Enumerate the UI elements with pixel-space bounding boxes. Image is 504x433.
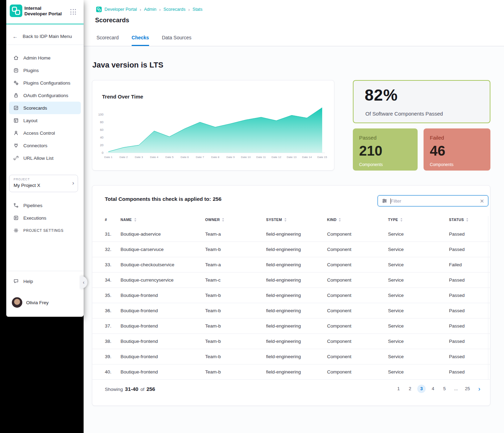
breadcrumb-separator: › xyxy=(159,7,161,12)
column-header-owner[interactable]: OWNER xyxy=(205,218,224,222)
x-axis-label: Date 6 xyxy=(177,156,192,159)
column-header-system[interactable]: SYSTEM xyxy=(266,218,287,222)
x-axis-label: Date 8 xyxy=(208,156,223,159)
app-title: Internal Developer Portal xyxy=(24,6,62,17)
cell-num: 31. xyxy=(105,227,111,242)
sidebar-item-url-allow-list[interactable]: URL Allow List xyxy=(9,152,81,164)
sidebar-item-pipelines[interactable]: Pipelines xyxy=(9,199,81,212)
sidebar-item-admin-home[interactable]: Admin Home xyxy=(9,52,81,64)
page-5[interactable]: 5 xyxy=(440,385,449,393)
filter-input[interactable] xyxy=(391,198,474,204)
column-header-status[interactable]: STATUS xyxy=(449,218,468,222)
cell-system: field-engineering xyxy=(266,273,301,288)
check-title: Java version is LTS xyxy=(92,61,163,70)
sidebar-item-access-control[interactable]: Access Control xyxy=(9,127,81,139)
passed-card: Passed 210 Components xyxy=(353,128,418,171)
cell-kind: Component xyxy=(327,257,351,272)
idp-logo-icon xyxy=(10,5,22,17)
cell-system: field-engineering xyxy=(266,364,301,379)
cell-kind: Component xyxy=(327,303,351,318)
cell-kind: Component xyxy=(327,364,351,379)
sidebar: Internal Developer Portal ← Back to IDP … xyxy=(6,0,84,317)
tab-scorecard[interactable]: Scorecard xyxy=(96,35,119,46)
table-row[interactable]: 40.Boutique-frontendTeam-bfield-engineer… xyxy=(92,364,490,380)
page-3[interactable]: 3 xyxy=(417,385,426,393)
cell-num: 37. xyxy=(105,318,111,333)
breadcrumb-item-scorecards[interactable]: Scorecards xyxy=(163,7,185,12)
sidebar-nav: Admin HomePluginsPlugins ConfigurationsO… xyxy=(9,52,81,164)
page-4[interactable]: 4 xyxy=(429,385,437,393)
lock-icon xyxy=(13,93,19,98)
cell-owner: Team-b xyxy=(205,364,221,379)
x-axis-label: Date 2 xyxy=(116,156,131,159)
sidebar-item-scorecards[interactable]: Scorecards xyxy=(9,102,81,114)
table-row[interactable]: 35.Boutique-frontendTeam-bfield-engineer… xyxy=(92,288,490,303)
table-scroll-divider xyxy=(488,216,488,380)
cell-type: Service xyxy=(388,334,404,349)
table-row[interactable]: 32.Boutique-carservuceTeam-bfield-engine… xyxy=(92,242,490,257)
table-row[interactable]: 31.Boutique-adserviceTeam-afield-enginee… xyxy=(92,227,490,242)
cell-owner: Team-b xyxy=(205,303,221,318)
x-axis-label: Date 14 xyxy=(299,156,315,159)
cell-type: Service xyxy=(388,364,404,379)
idp-breadcrumb-logo-icon xyxy=(96,7,102,12)
tab-checks[interactable]: Checks xyxy=(132,35,149,46)
table-row[interactable]: 39.Boutique-frontendTeam-bfield-engineer… xyxy=(92,349,490,364)
x-axis-label: Date 1 xyxy=(101,156,116,159)
cell-status: Passed xyxy=(449,227,465,242)
sidebar-item-plugins-configurations[interactable]: Plugins Configurations xyxy=(9,77,81,89)
column-header-type[interactable]: TYPE xyxy=(388,218,403,222)
cell-num: 34. xyxy=(105,273,111,288)
table-row[interactable]: 34.Boutique-currencyserviceTeam-cfield-e… xyxy=(92,273,490,288)
filter-sliders-icon[interactable] xyxy=(382,198,387,204)
sidebar-item-layout[interactable]: Layout xyxy=(9,114,81,127)
tab-data-sources[interactable]: Data Sources xyxy=(162,35,192,46)
page-2[interactable]: 2 xyxy=(406,385,414,393)
passed-label: Passed xyxy=(359,135,377,141)
cell-name: Boutique-frontend xyxy=(121,303,158,318)
project-name: My Project X xyxy=(14,183,40,188)
page-25[interactable]: 25 xyxy=(463,385,472,393)
table-row[interactable]: 33.Boutique-checkoutserviceTeam-afield-e… xyxy=(92,257,490,273)
cell-type: Service xyxy=(388,349,404,364)
sidebar-item-plugins[interactable]: Plugins xyxy=(9,64,81,77)
divider xyxy=(6,45,84,45)
cell-type: Service xyxy=(388,242,404,257)
breadcrumb-item-stats[interactable]: Stats xyxy=(193,7,203,12)
cell-system: field-engineering xyxy=(266,242,301,257)
next-page-button[interactable]: › xyxy=(478,385,480,393)
page-1[interactable]: 1 xyxy=(394,385,403,393)
project-selector[interactable]: PROJECT My Project X › xyxy=(9,175,78,192)
column-header-kind[interactable]: KIND xyxy=(327,218,341,222)
cell-name: Boutique-frontend xyxy=(121,334,158,349)
table-row[interactable]: 36.Boutique-frontendTeam-bfield-engineer… xyxy=(92,303,490,318)
pass-rate-card: 82% Of Software Components Passed xyxy=(353,80,490,123)
sidebar-item-connectors[interactable]: Connectors xyxy=(9,139,81,152)
column-header-name[interactable]: NAME xyxy=(121,218,137,222)
back-label: Back to IDP Main Menu xyxy=(23,34,72,39)
table-row[interactable]: 37.Boutique-frontendTeam-bfield-engineer… xyxy=(92,318,490,334)
cell-type: Service xyxy=(388,273,404,288)
cell-kind: Component xyxy=(327,349,351,364)
cell-owner: Team-b xyxy=(205,318,221,333)
table-row[interactable]: 38.Boutique-frontendTeam-bfield-engineer… xyxy=(92,334,490,349)
cell-status: Passed xyxy=(449,242,465,257)
user-name: Olivia Frey xyxy=(26,300,49,305)
x-axis-label: Date 11 xyxy=(254,156,269,159)
x-axis-label: Date 4 xyxy=(147,156,162,159)
cell-name: Boutique-frontend xyxy=(121,349,158,364)
sidebar-item-oauth-configurations[interactable]: OAuth Configurations xyxy=(9,89,81,102)
clear-filter-icon[interactable]: ✕ xyxy=(480,198,484,204)
back-to-main-menu[interactable]: ← Back to IDP Main Menu xyxy=(13,33,72,39)
cell-type: Service xyxy=(388,227,404,242)
breadcrumb-item-admin[interactable]: Admin xyxy=(144,7,156,12)
breadcrumb-item-developer-portal[interactable]: Developer Portal xyxy=(104,7,137,12)
user-profile[interactable]: Olivia Frey xyxy=(12,296,49,309)
cell-name: Boutique-checkoutservice xyxy=(121,257,175,272)
apps-grid-icon[interactable] xyxy=(70,9,76,15)
main-header: Developer Portal›Admin›Scorecards›Stats … xyxy=(84,0,504,46)
sidebar-item-help[interactable]: Help xyxy=(9,275,81,288)
cell-name: Boutique-adservice xyxy=(121,227,161,242)
sidebar-item-project-settings[interactable]: PROJECT SETTINGS xyxy=(9,224,81,237)
sidebar-item-executions[interactable]: Executions xyxy=(9,212,81,224)
